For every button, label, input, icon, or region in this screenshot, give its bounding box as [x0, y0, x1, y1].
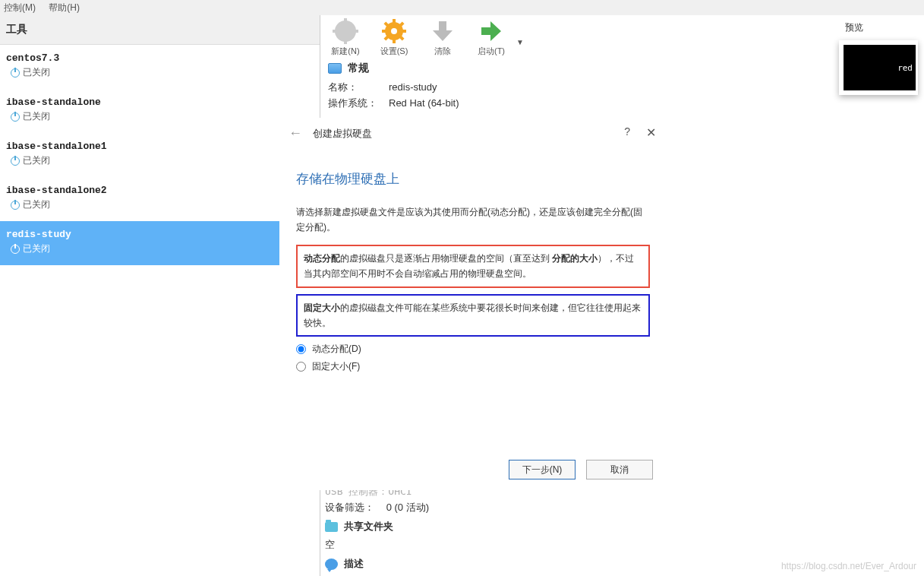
sidebar: 工具 centos7.3 已关闭 ibase-standalone 已关闭 ib…	[0, 15, 320, 576]
menu-control[interactable]: 控制(M)	[4, 2, 36, 13]
shared-folders-empty: 空	[325, 538, 826, 552]
svg-rect-9	[382, 30, 386, 33]
power-icon	[11, 112, 20, 122]
device-filter-value: 0 (0 活动)	[386, 502, 429, 513]
name-label: 名称：	[328, 80, 389, 96]
toolbar: 新建(N) 设置(S) 清除 启动(T) ▼	[320, 15, 833, 59]
radio-dynamic[interactable]: 动态分配(D)	[296, 343, 650, 356]
toolbar-label: 启动(T)	[478, 46, 505, 57]
svg-rect-7	[393, 19, 396, 24]
device-filter-label: 设备筛选：	[325, 502, 374, 513]
watermark: https://blog.csdn.net/Ever_Ardour	[781, 561, 916, 571]
toolbar-label: 清除	[434, 46, 451, 57]
sidebar-title: 工具	[0, 15, 320, 45]
vm-item-centos[interactable]: centos7.3 已关闭	[0, 45, 320, 89]
os-label: 操作系统：	[328, 96, 389, 112]
close-button[interactable]: ✕	[646, 125, 656, 140]
vm-name: ibase-standalone	[6, 97, 314, 108]
vm-status: 已关闭	[23, 154, 50, 167]
bottom-details: USB 控制器：OHCI 设备筛选： 0 (0 活动) 共享文件夹 空 描述	[325, 485, 826, 575]
name-value: redis-study	[389, 80, 437, 96]
preview-panel: 预览 red	[833, 15, 924, 576]
toolbar-label: 设置(S)	[380, 46, 408, 57]
vm-status: 已关闭	[23, 66, 50, 79]
vm-item-standalone1[interactable]: ibase-standalone1 已关闭	[0, 133, 320, 177]
help-button[interactable]: ?	[624, 125, 630, 138]
power-icon	[11, 245, 20, 254]
preview-thumbnail[interactable]: red	[839, 40, 918, 95]
svg-rect-2	[344, 40, 347, 44]
settings-button[interactable]: 设置(S)	[377, 18, 412, 57]
vm-name: ibase-standalone1	[6, 141, 314, 152]
monitor-icon	[328, 63, 342, 74]
vm-name: centos7.3	[6, 52, 314, 64]
svg-rect-4	[354, 30, 358, 33]
section-title: 常规	[348, 62, 369, 75]
dynamic-alloc-note: 动态分配的虚拟磁盘只是逐渐占用物理硬盘的空间（直至达到 分配的大小），不过当其内…	[296, 245, 650, 288]
os-value: Red Hat (64-bit)	[389, 96, 459, 112]
vm-item-standalone[interactable]: ibase-standalone 已关闭	[0, 89, 320, 133]
new-button[interactable]: 新建(N)	[328, 18, 363, 57]
svg-rect-1	[344, 18, 347, 23]
back-button[interactable]: ←	[289, 125, 302, 141]
radio-label: 动态分配(D)	[312, 343, 361, 356]
preview-screen: red	[844, 45, 916, 90]
vm-item-standalone2[interactable]: ibase-standalone2 已关闭	[0, 177, 320, 221]
folder-icon	[325, 522, 338, 532]
vm-name: ibase-standalone2	[6, 185, 314, 196]
create-disk-dialog: ? ✕ ← 创建虚拟硬盘 存储在物理硬盘上 请选择新建虚拟硬盘文件是应该为其使用…	[279, 118, 667, 490]
dialog-heading: 存储在物理硬盘上	[296, 170, 650, 188]
description-title: 描述	[344, 557, 364, 571]
fixed-size-note: 固定大小的虚拟磁盘文件可能在某些系统中要花很长时间来创建，但它往往使用起来较快。	[296, 294, 650, 337]
power-icon	[11, 201, 20, 210]
bubble-icon	[325, 559, 338, 570]
vm-status: 已关闭	[23, 198, 50, 211]
radio-label: 固定大小(F)	[312, 360, 360, 373]
clear-button[interactable]: 清除	[425, 18, 460, 57]
dialog-title: 创建虚拟硬盘	[313, 127, 372, 141]
dialog-description: 请选择新建虚拟硬盘文件是应该为其使用而分配(动态分配)，还是应该创建完全分配(固…	[296, 204, 650, 236]
vm-status: 已关闭	[23, 242, 50, 255]
start-dropdown[interactable]: ▼	[516, 38, 524, 46]
arrow-down-icon	[430, 18, 456, 44]
cancel-button[interactable]: 取消	[586, 460, 653, 479]
radio-input[interactable]	[296, 362, 306, 372]
radio-input[interactable]	[296, 344, 306, 354]
toolbar-label: 新建(N)	[331, 46, 359, 57]
radio-fixed[interactable]: 固定大小(F)	[296, 360, 650, 373]
start-button[interactable]: 启动(T)	[474, 18, 509, 57]
power-icon	[11, 68, 20, 78]
menu-help[interactable]: 帮助(H)	[49, 2, 80, 13]
gear-icon	[381, 18, 407, 44]
svg-point-6	[391, 28, 397, 34]
svg-rect-8	[393, 39, 396, 43]
power-icon	[11, 157, 20, 166]
svg-rect-10	[402, 30, 406, 33]
preview-title: 预览	[845, 21, 863, 34]
gear-icon	[333, 18, 358, 44]
svg-rect-3	[333, 30, 337, 33]
general-section: 常规 名称：redis-study 操作系统：Red Hat (64-bit)	[320, 59, 833, 119]
next-button[interactable]: 下一步(N)	[509, 460, 576, 479]
vm-status: 已关闭	[23, 110, 50, 123]
vm-name: redis-study	[6, 229, 314, 240]
arrow-right-icon	[478, 18, 504, 44]
vm-item-redis-study[interactable]: redis-study 已关闭	[0, 221, 320, 265]
svg-point-0	[335, 21, 356, 42]
shared-folders-title: 共享文件夹	[344, 520, 393, 533]
